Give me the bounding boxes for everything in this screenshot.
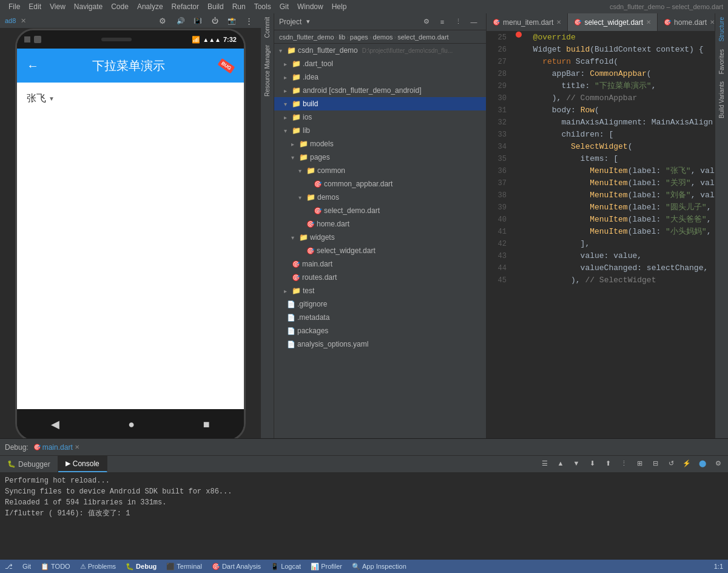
record-icon[interactable]: ⬤ xyxy=(695,456,710,470)
menu-item-edit[interactable]: Edit xyxy=(25,1,45,12)
menu-item-code[interactable]: Code xyxy=(107,1,132,12)
project-dropdown-arrow[interactable]: ▾ xyxy=(306,18,310,25)
nav-recents-icon[interactable]: ■ xyxy=(203,418,210,431)
menu-item-analyze[interactable]: Analyze xyxy=(133,1,167,12)
tree-item-metadata[interactable]: ▸ 📄 .metadata xyxy=(274,311,486,324)
tab-select-widget[interactable]: 🎯 select_widget.dart ✕ xyxy=(568,13,658,31)
code-line: 40 MenuItem(label: "大头爸爸", xyxy=(487,214,715,226)
tab-close-icon[interactable]: ✕ xyxy=(710,19,715,25)
breakpoint-icon[interactable] xyxy=(516,32,522,38)
line-content: MenuItem(label: "关羽", val... xyxy=(524,177,715,189)
tree-item-build[interactable]: ▾ 📁 build xyxy=(274,97,486,110)
tree-item-root[interactable]: ▾ 📁 csdn_flutter_demo D:\project\flutter… xyxy=(274,44,486,57)
tree-item-demos[interactable]: ▾ 📁 demos xyxy=(274,191,486,204)
lightning-icon[interactable]: ⚡ xyxy=(679,456,694,470)
power-icon[interactable]: ⏻ xyxy=(207,13,222,28)
console-tab[interactable]: ▶ Console xyxy=(58,456,107,472)
breadcrumb-item-3[interactable]: pages xyxy=(350,33,368,41)
build-variants-tab[interactable]: Build Variants xyxy=(717,78,726,122)
more-icon[interactable]: ⋮ xyxy=(241,13,256,28)
tab-close-icon[interactable]: ✕ xyxy=(556,19,561,25)
table-icon[interactable]: ⊞ xyxy=(632,456,647,470)
tree-item-common[interactable]: ▾ 📁 common xyxy=(274,164,486,177)
tree-item-routes[interactable]: ▸ 🎯 routes.dart xyxy=(274,271,486,284)
tree-item-analysis-options[interactable]: ▸ 📄 analysis_options.yaml xyxy=(274,337,486,351)
project-collapse-icon[interactable]: ≡ xyxy=(435,15,450,29)
tab-home[interactable]: 🎯 home.dart ✕ xyxy=(658,13,715,31)
breadcrumb-item-1[interactable]: csdn_flutter_demo xyxy=(279,33,334,41)
debugger-tab[interactable]: 🐛 Debugger xyxy=(0,456,58,472)
menu-item-navigate[interactable]: Navigate xyxy=(70,1,106,12)
tab-menu-item[interactable]: 🎯 menu_item.dart ✕ xyxy=(487,13,568,31)
status-app-inspection[interactable]: 🔍 App Inspection xyxy=(352,563,406,571)
filter-icon[interactable]: ⋮ xyxy=(616,456,631,470)
console-menu-icon[interactable]: ☰ xyxy=(538,456,552,470)
breadcrumb-item-4[interactable]: demos xyxy=(373,33,393,41)
scroll-down-icon[interactable]: ▼ xyxy=(569,456,584,470)
nav-home-icon[interactable]: ● xyxy=(128,418,135,431)
breadcrumb-item-2[interactable]: lib xyxy=(339,33,345,41)
tree-item-test[interactable]: ▸ 📁 test xyxy=(274,284,486,297)
menu-item-file[interactable]: File xyxy=(5,1,24,12)
commit-tab[interactable]: Commit xyxy=(263,13,272,41)
debug-file-tab[interactable]: 🎯 main.dart ✕ xyxy=(33,443,79,452)
tree-item-home-dart[interactable]: ▸ 🎯 home.dart xyxy=(274,217,486,231)
breadcrumb-item-5[interactable]: select_demo.dart xyxy=(397,33,448,41)
scroll-up-icon[interactable]: ▲ xyxy=(553,456,568,470)
menu-item-tools[interactable]: Tools xyxy=(251,1,275,12)
tree-label: models xyxy=(310,140,334,148)
tree-item-dart-tool[interactable]: ▸ 📁 .dart_tool xyxy=(274,57,486,70)
tree-item-idea[interactable]: ▸ 📁 .idea xyxy=(274,70,486,84)
tab-close-icon[interactable]: ✕ xyxy=(646,19,651,25)
line-number: 30 xyxy=(487,92,514,104)
status-logcat[interactable]: 📱 Logcat xyxy=(271,563,301,571)
menu-item-view[interactable]: View xyxy=(46,1,69,12)
status-problems[interactable]: ⚠ Problems xyxy=(80,563,116,571)
status-git[interactable]: Git xyxy=(22,563,31,570)
vibrate-icon[interactable]: 📳 xyxy=(190,13,205,28)
menu-item-window[interactable]: Window xyxy=(294,1,327,12)
settings-console-icon[interactable]: ⚙ xyxy=(711,456,726,470)
tree-item-android[interactable]: ▸ 📁 android [csdn_flutter_demo_android] xyxy=(274,84,486,97)
resource-manager-tab[interactable]: Resource Manager xyxy=(263,41,272,100)
tree-item-select-demo[interactable]: ▸ 🎯 select_demo.dart xyxy=(274,204,486,217)
status-dart-analysis[interactable]: 🎯 Dart Analysis xyxy=(212,563,261,571)
menu-item-build[interactable]: Build xyxy=(204,1,228,12)
code-editor[interactable]: 25 @override26 Widget build(BuildContext… xyxy=(487,32,715,438)
snapshot-icon[interactable]: 📸 xyxy=(224,13,239,28)
volume-icon[interactable]: 🔊 xyxy=(174,13,188,28)
status-profiler[interactable]: 📊 Profiler xyxy=(311,563,342,571)
project-more-icon[interactable]: ⋮ xyxy=(451,15,465,29)
favorites-tab[interactable]: Favorites xyxy=(717,46,726,78)
clear-icon[interactable]: ⬆ xyxy=(601,456,615,470)
rerun-icon[interactable]: ↺ xyxy=(664,456,678,470)
tree-item-ios[interactable]: ▸ 📁 ios xyxy=(274,110,486,124)
status-debug[interactable]: 🐛 Debug xyxy=(126,563,157,571)
tree-item-select-widget[interactable]: ▸ 🎯 select_widget.dart xyxy=(274,244,486,257)
emulator-close[interactable]: ✕ xyxy=(21,17,26,25)
menu-item-run[interactable]: Run xyxy=(229,1,249,12)
menu-item-git[interactable]: Git xyxy=(276,1,292,12)
debug-file-close[interactable]: ✕ xyxy=(75,444,79,450)
emulator-settings-icon[interactable]: ⚙ xyxy=(155,13,170,28)
grid-icon[interactable]: ⊟ xyxy=(648,456,662,470)
save-console-icon[interactable]: ⬇ xyxy=(585,456,599,470)
tree-item-lib[interactable]: ▾ 📁 lib xyxy=(274,124,486,137)
back-button[interactable]: ← xyxy=(27,59,39,73)
tree-item-main[interactable]: ▸ 🎯 main.dart xyxy=(274,257,486,271)
nav-back-icon[interactable]: ◀ xyxy=(51,418,59,431)
tree-item-common-appbar[interactable]: ▸ 🎯 common_appbar.dart xyxy=(274,177,486,191)
project-close-icon[interactable]: — xyxy=(467,15,481,29)
status-terminal[interactable]: ⬛ Terminal xyxy=(166,563,202,571)
menu-item-refactor[interactable]: Refactor xyxy=(168,1,203,12)
dropdown-row[interactable]: 张飞 ▼ xyxy=(27,92,234,105)
status-todo[interactable]: 📋 TODO xyxy=(41,563,70,571)
tree-item-packages[interactable]: ▸ 📄 packages xyxy=(274,324,486,337)
tree-item-pages[interactable]: ▾ 📁 pages xyxy=(274,151,486,164)
structure-tab[interactable]: Structure xyxy=(717,13,726,46)
project-settings-icon[interactable]: ⚙ xyxy=(419,15,434,29)
tree-item-models[interactable]: ▸ 📁 models xyxy=(274,137,486,151)
tree-item-gitignore[interactable]: ▸ 📄 .gitignore xyxy=(274,297,486,311)
menu-item-help[interactable]: Help xyxy=(328,1,351,12)
tree-item-widgets[interactable]: ▾ 📁 widgets xyxy=(274,231,486,244)
